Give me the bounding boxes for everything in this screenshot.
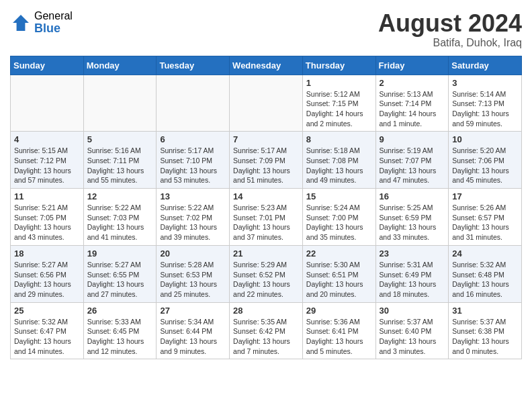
- calendar-cell: 6Sunrise: 5:17 AMSunset: 7:10 PMDaylight…: [157, 132, 230, 189]
- day-number: 1: [306, 78, 372, 88]
- calendar-cell: 21Sunrise: 5:29 AMSunset: 6:52 PMDayligh…: [230, 245, 303, 302]
- calendar-cell: 5Sunrise: 5:16 AMSunset: 7:11 PMDaylight…: [83, 132, 157, 189]
- day-number: 26: [87, 306, 153, 316]
- calendar-cell: [230, 75, 303, 132]
- day-number: 18: [14, 248, 80, 259]
- page-header: General Blue August 2024 Batifa, Duhok, …: [10, 10, 522, 49]
- day-info: Sunrise: 5:37 AMSunset: 6:40 PMDaylight:…: [380, 317, 445, 357]
- column-header-tuesday: Tuesday: [157, 56, 230, 75]
- calendar-week-row: 1Sunrise: 5:12 AMSunset: 7:15 PMDaylight…: [11, 75, 522, 132]
- day-info: Sunrise: 5:13 AMSunset: 7:14 PMDaylight:…: [380, 89, 445, 129]
- day-info: Sunrise: 5:24 AMSunset: 7:00 PMDaylight:…: [306, 203, 372, 242]
- day-number: 19: [87, 248, 153, 259]
- day-info: Sunrise: 5:19 AMSunset: 7:07 PMDaylight:…: [380, 146, 445, 185]
- calendar-week-row: 25Sunrise: 5:32 AMSunset: 6:47 PMDayligh…: [11, 302, 522, 359]
- day-number: 12: [87, 191, 153, 201]
- day-info: Sunrise: 5:32 AMSunset: 6:47 PMDaylight:…: [14, 317, 80, 357]
- day-info: Sunrise: 5:22 AMSunset: 7:02 PMDaylight:…: [160, 203, 226, 242]
- day-number: 21: [233, 248, 299, 259]
- day-number: 2: [380, 78, 445, 88]
- calendar-cell: 29Sunrise: 5:36 AMSunset: 6:41 PMDayligh…: [302, 302, 375, 359]
- day-number: 28: [233, 306, 299, 316]
- calendar-cell: 14Sunrise: 5:23 AMSunset: 7:01 PMDayligh…: [230, 189, 303, 246]
- logo-text: General Blue: [34, 10, 73, 35]
- calendar-cell: 31Sunrise: 5:37 AMSunset: 6:38 PMDayligh…: [449, 302, 522, 359]
- calendar-header-row: SundayMondayTuesdayWednesdayThursdayFrid…: [11, 56, 522, 75]
- day-number: 16: [380, 191, 445, 201]
- day-number: 23: [380, 248, 445, 259]
- title-block: August 2024 Batifa, Duhok, Iraq: [378, 10, 522, 49]
- calendar-cell: 30Sunrise: 5:37 AMSunset: 6:40 PMDayligh…: [375, 302, 449, 359]
- column-header-friday: Friday: [375, 56, 449, 75]
- day-info: Sunrise: 5:35 AMSunset: 6:42 PMDaylight:…: [233, 317, 299, 357]
- day-number: 6: [160, 134, 226, 144]
- calendar-cell: 4Sunrise: 5:15 AMSunset: 7:12 PMDaylight…: [11, 132, 84, 189]
- day-info: Sunrise: 5:34 AMSunset: 6:44 PMDaylight:…: [160, 317, 226, 357]
- day-number: 25: [14, 306, 80, 316]
- day-info: Sunrise: 5:37 AMSunset: 6:38 PMDaylight:…: [452, 317, 518, 357]
- calendar-cell: [157, 75, 230, 132]
- calendar-cell: 8Sunrise: 5:18 AMSunset: 7:08 PMDaylight…: [302, 132, 375, 189]
- day-info: Sunrise: 5:20 AMSunset: 7:06 PMDaylight:…: [452, 146, 518, 185]
- calendar-cell: 10Sunrise: 5:20 AMSunset: 7:06 PMDayligh…: [449, 132, 522, 189]
- column-header-sunday: Sunday: [11, 56, 84, 75]
- calendar-cell: 27Sunrise: 5:34 AMSunset: 6:44 PMDayligh…: [157, 302, 230, 359]
- calendar-cell: [83, 75, 157, 132]
- day-info: Sunrise: 5:17 AMSunset: 7:10 PMDaylight:…: [160, 146, 226, 185]
- calendar-cell: 15Sunrise: 5:24 AMSunset: 7:00 PMDayligh…: [302, 189, 375, 246]
- logo-general: General: [34, 10, 73, 22]
- day-info: Sunrise: 5:33 AMSunset: 6:45 PMDaylight:…: [87, 317, 153, 357]
- calendar-cell: 9Sunrise: 5:19 AMSunset: 7:07 PMDaylight…: [375, 132, 449, 189]
- day-number: 7: [233, 134, 299, 144]
- day-info: Sunrise: 5:17 AMSunset: 7:09 PMDaylight:…: [233, 146, 299, 185]
- logo-icon: [10, 12, 32, 34]
- calendar-cell: 1Sunrise: 5:12 AMSunset: 7:15 PMDaylight…: [302, 75, 375, 132]
- day-number: 17: [452, 191, 518, 201]
- day-info: Sunrise: 5:15 AMSunset: 7:12 PMDaylight:…: [14, 146, 80, 185]
- svg-marker-0: [13, 15, 29, 31]
- column-header-monday: Monday: [83, 56, 157, 75]
- calendar-cell: 11Sunrise: 5:21 AMSunset: 7:05 PMDayligh…: [11, 189, 84, 246]
- day-number: 24: [452, 248, 518, 259]
- day-number: 13: [160, 191, 226, 201]
- calendar-week-row: 4Sunrise: 5:15 AMSunset: 7:12 PMDaylight…: [11, 132, 522, 189]
- calendar-cell: 13Sunrise: 5:22 AMSunset: 7:02 PMDayligh…: [157, 189, 230, 246]
- day-number: 8: [306, 134, 372, 144]
- main-title: August 2024: [378, 10, 522, 37]
- day-info: Sunrise: 5:27 AMSunset: 6:55 PMDaylight:…: [87, 260, 153, 300]
- calendar-cell: 12Sunrise: 5:22 AMSunset: 7:03 PMDayligh…: [83, 189, 157, 246]
- day-number: 14: [233, 191, 299, 201]
- day-number: 30: [380, 306, 445, 316]
- day-number: 22: [306, 248, 372, 259]
- day-number: 9: [380, 134, 445, 144]
- day-info: Sunrise: 5:29 AMSunset: 6:52 PMDaylight:…: [233, 260, 299, 300]
- day-number: 4: [14, 134, 80, 144]
- calendar-cell: 16Sunrise: 5:25 AMSunset: 6:59 PMDayligh…: [375, 189, 449, 246]
- day-info: Sunrise: 5:31 AMSunset: 6:49 PMDaylight:…: [380, 260, 445, 300]
- calendar-cell: 25Sunrise: 5:32 AMSunset: 6:47 PMDayligh…: [11, 302, 84, 359]
- day-info: Sunrise: 5:30 AMSunset: 6:51 PMDaylight:…: [306, 260, 372, 300]
- column-header-wednesday: Wednesday: [230, 56, 303, 75]
- day-number: 11: [14, 191, 80, 201]
- day-number: 20: [160, 248, 226, 259]
- logo: General Blue: [10, 10, 73, 35]
- calendar-cell: [11, 75, 84, 132]
- day-info: Sunrise: 5:12 AMSunset: 7:15 PMDaylight:…: [306, 89, 372, 129]
- day-info: Sunrise: 5:27 AMSunset: 6:56 PMDaylight:…: [14, 260, 80, 300]
- day-number: 31: [452, 306, 518, 316]
- day-number: 3: [452, 78, 518, 88]
- calendar-week-row: 11Sunrise: 5:21 AMSunset: 7:05 PMDayligh…: [11, 189, 522, 246]
- calendar-cell: 18Sunrise: 5:27 AMSunset: 6:56 PMDayligh…: [11, 245, 84, 302]
- calendar-cell: 7Sunrise: 5:17 AMSunset: 7:09 PMDaylight…: [230, 132, 303, 189]
- day-info: Sunrise: 5:18 AMSunset: 7:08 PMDaylight:…: [306, 146, 372, 185]
- day-info: Sunrise: 5:14 AMSunset: 7:13 PMDaylight:…: [452, 89, 518, 129]
- calendar-cell: 24Sunrise: 5:32 AMSunset: 6:48 PMDayligh…: [449, 245, 522, 302]
- day-info: Sunrise: 5:23 AMSunset: 7:01 PMDaylight:…: [233, 203, 299, 242]
- day-info: Sunrise: 5:25 AMSunset: 6:59 PMDaylight:…: [380, 203, 445, 242]
- calendar-cell: 17Sunrise: 5:26 AMSunset: 6:57 PMDayligh…: [449, 189, 522, 246]
- calendar-table: SundayMondayTuesdayWednesdayThursdayFrid…: [10, 56, 522, 360]
- column-header-saturday: Saturday: [449, 56, 522, 75]
- calendar-cell: 3Sunrise: 5:14 AMSunset: 7:13 PMDaylight…: [449, 75, 522, 132]
- day-info: Sunrise: 5:26 AMSunset: 6:57 PMDaylight:…: [452, 203, 518, 242]
- day-info: Sunrise: 5:16 AMSunset: 7:11 PMDaylight:…: [87, 146, 153, 185]
